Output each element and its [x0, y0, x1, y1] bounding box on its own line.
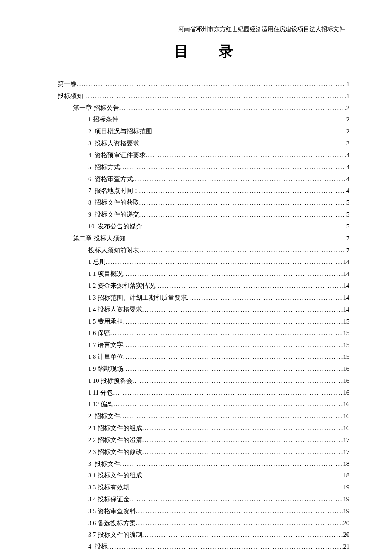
toc-entry-label: 1.6 保密 — [88, 327, 110, 339]
toc-title: 目录 — [58, 42, 349, 61]
toc-leader-dots — [139, 209, 346, 221]
toc-entry-page: 4 — [346, 150, 349, 162]
toc-leader-dots — [126, 233, 346, 245]
toc-entry-label: 1.4 投标人资格要求 — [88, 304, 142, 316]
toc-entry-label: 第一卷 — [58, 78, 77, 90]
toc-entry-page: 5 — [346, 197, 349, 209]
toc-entry-label: 3.3 投标有效期 — [88, 482, 130, 494]
toc-entry: 1.10 投标预备会16 — [58, 375, 349, 387]
toc-entry: 9. 投标文件的递交5 — [58, 209, 349, 221]
toc-leader-dots — [133, 173, 346, 185]
toc-entry: 3.7 投标文件的编制20 — [58, 529, 349, 541]
toc-entry: 3.3 投标有效期19 — [58, 482, 349, 494]
toc-entry: 4. 投标21 — [58, 541, 349, 553]
toc-leader-dots — [123, 351, 343, 363]
toc-leader-dots — [136, 506, 343, 517]
toc-entry-label: 1.12 偏离 — [88, 399, 113, 410]
toc-entry-label: 5. 招标方式 — [88, 162, 120, 173]
toc-entry-page: 1 — [346, 90, 349, 102]
toc-leader-dots — [123, 268, 343, 280]
toc-entry: 10. 发布公告的媒介5 — [58, 221, 349, 233]
toc-entry-page: 3 — [346, 138, 349, 150]
toc-entry-label: 2.2 招标文件的澄清 — [88, 434, 142, 446]
toc-entry: 5. 招标方式4 — [58, 162, 349, 173]
toc-entry-page: 5 — [346, 209, 349, 221]
toc-leader-dots — [123, 316, 343, 328]
toc-entry-label: 第一章 招标公告 — [73, 102, 119, 114]
toc-entry-page: 19 — [343, 494, 350, 506]
toc-entry-label: 1.10 投标预备会 — [88, 375, 133, 387]
toc-leader-dots — [142, 529, 343, 541]
toc-leader-dots — [110, 327, 343, 339]
toc-entry-label: 1.总则 — [88, 256, 106, 268]
toc-entry-page: 2 — [346, 114, 349, 126]
toc-leader-dots — [120, 162, 346, 173]
page-number: ii — [346, 532, 349, 538]
toc-entry: 3.5 资格审查资料19 — [58, 506, 349, 517]
toc-entry: 第一章 招标公告2 — [58, 102, 349, 114]
toc-entry: 8. 招标文件的获取5 — [58, 197, 349, 209]
toc-entry: 投标须知1 — [58, 90, 349, 102]
table-of-contents: 第一卷1投标须知1第一章 招标公告21.招标条件22. 项目概况与招标范围23.… — [58, 78, 349, 555]
toc-leader-dots — [139, 197, 346, 209]
toc-leader-dots — [130, 494, 343, 506]
toc-entry-page: 15 — [343, 316, 350, 328]
toc-leader-dots — [142, 470, 343, 482]
toc-entry: 1.总则14 — [58, 256, 349, 268]
toc-entry-label: 1.3 招标范围、计划工期和质量要求 — [88, 292, 187, 304]
toc-entry-page: 2 — [346, 126, 349, 138]
toc-entry-page: 14 — [343, 280, 350, 292]
toc-entry-page: 5 — [346, 221, 349, 233]
toc-entry: 3.1 投标文件的组成18 — [58, 470, 349, 482]
toc-entry-label: 2. 招标文件 — [88, 410, 120, 422]
toc-entry-page: 18 — [343, 458, 350, 470]
toc-entry-page: 14 — [343, 268, 350, 280]
toc-leader-dots — [77, 78, 346, 90]
toc-entry: 2. 招标文件16 — [58, 410, 349, 422]
toc-leader-dots — [123, 363, 343, 375]
toc-entry-page: 4 — [346, 173, 349, 185]
toc-entry-label: 4.1 投标文件的密封和标记 — [88, 553, 161, 555]
toc-entry-page: 15 — [343, 339, 350, 351]
toc-entry-page: 21 — [343, 541, 350, 553]
toc-leader-dots — [113, 399, 343, 410]
toc-entry-page: 15 — [343, 327, 350, 339]
toc-leader-dots — [133, 375, 343, 387]
toc-entry: 6. 资格审查方式4 — [58, 173, 349, 185]
toc-entry-label: 1.7 语言文字 — [88, 339, 123, 351]
toc-leader-dots — [142, 422, 343, 434]
toc-leader-dots — [119, 102, 346, 114]
toc-entry-page: 4 — [346, 185, 349, 197]
toc-entry-page: 14 — [343, 256, 350, 268]
toc-leader-dots — [146, 150, 346, 162]
toc-entry: 3.4 投标保证金19 — [58, 494, 349, 506]
toc-entry: 7. 报名地点时间：4 — [58, 185, 349, 197]
toc-leader-dots — [136, 517, 343, 529]
toc-entry-label: 3.6 备选投标方案 — [88, 517, 136, 529]
toc-entry-label: 8. 招标文件的获取 — [88, 197, 139, 209]
toc-entry-page: 14 — [343, 292, 350, 304]
toc-entry: 投标人须知前附表7 — [58, 245, 349, 257]
toc-entry-label: 1.招标条件 — [88, 114, 118, 126]
toc-entry: 1.7 语言文字15 — [58, 339, 349, 351]
toc-entry-page: 19 — [343, 482, 350, 494]
toc-entry-page: 2 — [346, 102, 349, 114]
toc-entry: 2.1 招标文件的组成16 — [58, 422, 349, 434]
toc-leader-dots — [161, 553, 343, 555]
toc-entry-page: 18 — [343, 470, 350, 482]
toc-entry-label: 1.9 踏勘现场 — [88, 363, 123, 375]
toc-entry-page: 16 — [343, 399, 350, 410]
toc-entry: 第二章 投标人须知7 — [58, 233, 349, 245]
toc-entry: 3.6 备选投标方案20 — [58, 517, 349, 529]
toc-leader-dots — [155, 280, 343, 292]
toc-entry-page: 19 — [343, 506, 350, 517]
document-header: 河南省邓州市东方红世纪园经济适用住房建设项目法人招标文件 — [58, 26, 349, 33]
toc-entry-page: 16 — [343, 387, 350, 399]
toc-entry-label: 1.11 分包 — [88, 387, 113, 399]
toc-leader-dots — [120, 458, 343, 470]
toc-entry: 1.1 项目概况14 — [58, 268, 349, 280]
toc-leader-dots — [142, 221, 346, 233]
toc-entry: 第一卷1 — [58, 78, 349, 90]
toc-leader-dots — [187, 292, 343, 304]
toc-entry-label: 3.7 投标文件的编制 — [88, 529, 142, 541]
